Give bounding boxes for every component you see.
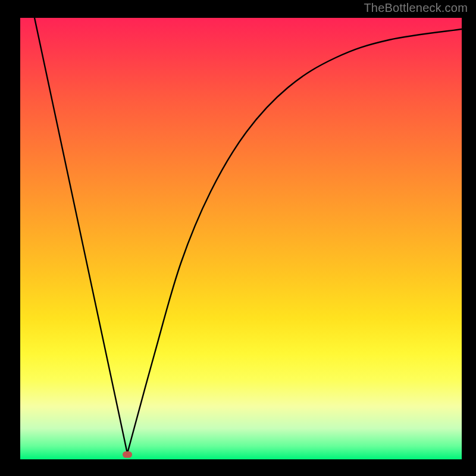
bottleneck-curve bbox=[20, 18, 462, 459]
attribution-label: TheBottleneck.com bbox=[364, 1, 468, 15]
minimum-marker bbox=[123, 452, 132, 458]
curve-path bbox=[35, 18, 462, 453]
plot-area bbox=[20, 18, 462, 459]
chart-frame: TheBottleneck.com bbox=[0, 0, 476, 476]
